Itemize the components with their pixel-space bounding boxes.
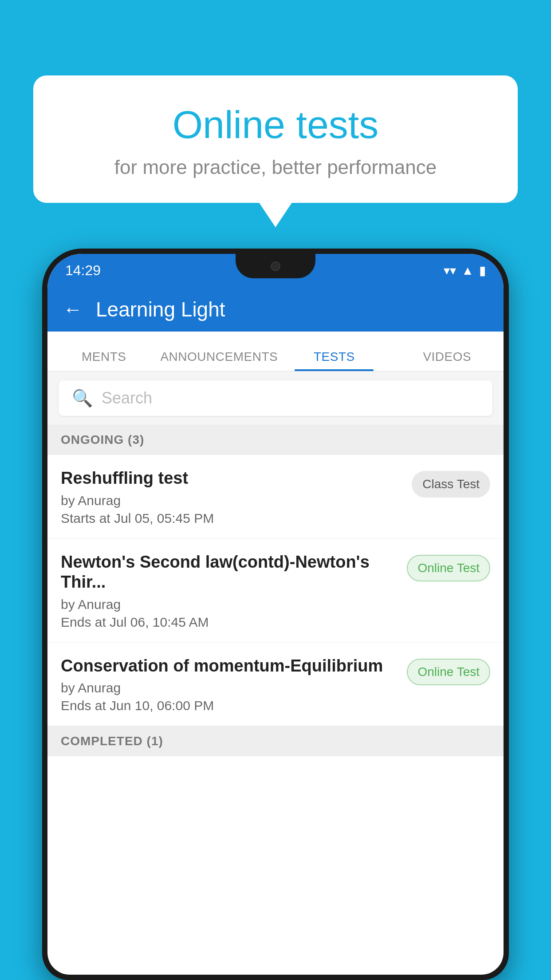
- test-time-2: Ends at Jul 06, 10:45 AM: [61, 615, 398, 630]
- search-input[interactable]: Search: [102, 389, 152, 407]
- signal-icon: ▲: [461, 264, 474, 278]
- phone-frame: 14:29 ▾▾ ▲ ▮ ← Learning Light MENTS ANNO…: [42, 249, 509, 980]
- app-header: ← Learning Light: [47, 287, 504, 332]
- battery-icon: ▮: [479, 263, 486, 278]
- speech-bubble: Online tests for more practice, better p…: [33, 75, 518, 203]
- test-by-3: by Anurag: [61, 680, 398, 695]
- status-icons: ▾▾ ▲ ▮: [444, 263, 486, 278]
- tab-tests[interactable]: TESTS: [278, 350, 390, 371]
- ongoing-section-header: ONGOING (3): [47, 425, 504, 455]
- test-time-3: Ends at Jun 10, 06:00 PM: [61, 698, 398, 713]
- test-name-2: Newton's Second law(contd)-Newton's Thir…: [61, 552, 398, 593]
- app-title: Learning Light: [96, 297, 225, 321]
- test-name-3: Conservation of momentum-Equilibrium: [61, 656, 398, 676]
- bubble-subtitle: for more practice, better performance: [55, 156, 496, 178]
- bubble-title: Online tests: [55, 102, 496, 147]
- tab-videos[interactable]: VIDEOS: [391, 350, 504, 371]
- test-by-1: by Anurag: [61, 493, 403, 508]
- notch: [236, 254, 315, 278]
- tab-bar: MENTS ANNOUNCEMENTS TESTS VIDEOS: [47, 332, 504, 371]
- back-button[interactable]: ←: [63, 298, 83, 320]
- status-bar: 14:29 ▾▾ ▲ ▮: [47, 254, 504, 287]
- test-item-2[interactable]: Newton's Second law(contd)-Newton's Thir…: [47, 539, 504, 643]
- test-name-1: Reshuffling test: [61, 468, 403, 489]
- search-icon: 🔍: [72, 388, 93, 408]
- camera: [271, 261, 280, 271]
- test-badge-1: Class Test: [412, 471, 490, 498]
- test-item-1[interactable]: Reshuffling test by Anurag Starts at Jul…: [47, 455, 504, 539]
- test-by-2: by Anurag: [61, 597, 398, 612]
- test-item-3[interactable]: Conservation of momentum-Equilibrium by …: [47, 643, 504, 727]
- tab-announcements[interactable]: ANNOUNCEMENTS: [160, 350, 278, 371]
- test-badge-2: Online Test: [407, 555, 490, 581]
- test-time-1: Starts at Jul 05, 05:45 PM: [61, 511, 403, 526]
- test-list: Reshuffling test by Anurag Starts at Jul…: [47, 455, 504, 726]
- test-info-1: Reshuffling test by Anurag Starts at Jul…: [61, 468, 403, 526]
- test-info-2: Newton's Second law(contd)-Newton's Thir…: [61, 552, 398, 630]
- tab-ments[interactable]: MENTS: [47, 350, 160, 371]
- status-time: 14:29: [65, 262, 101, 279]
- search-container: 🔍 Search: [47, 371, 504, 425]
- test-info-3: Conservation of momentum-Equilibrium by …: [61, 656, 398, 714]
- search-bar[interactable]: 🔍 Search: [59, 380, 492, 416]
- phone-screen: 14:29 ▾▾ ▲ ▮ ← Learning Light MENTS ANNO…: [47, 254, 504, 975]
- test-badge-3: Online Test: [407, 659, 490, 685]
- wifi-icon: ▾▾: [444, 263, 456, 278]
- completed-section-header: COMPLETED (1): [47, 726, 504, 756]
